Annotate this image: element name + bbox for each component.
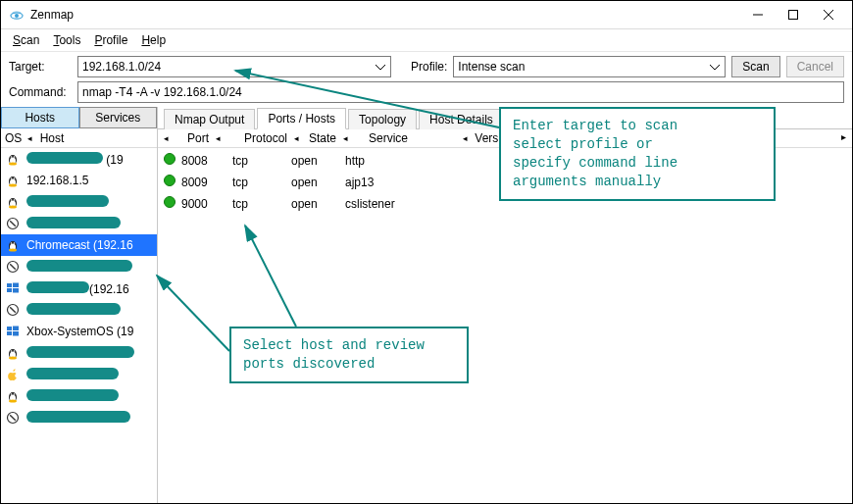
svg-point-15 xyxy=(9,184,17,187)
col-service[interactable]: Service xyxy=(369,131,463,145)
col-state[interactable]: State ◂ xyxy=(309,131,369,145)
svg-point-13 xyxy=(11,177,13,179)
tab-topology[interactable]: Topology xyxy=(348,109,417,129)
svg-point-27 xyxy=(9,249,17,252)
host-row[interactable] xyxy=(1,191,157,213)
app-icon xyxy=(9,7,25,23)
scroll-right-icon[interactable]: ▸ xyxy=(841,131,846,142)
svg-point-18 xyxy=(11,199,13,201)
os-column[interactable]: OS xyxy=(5,131,22,145)
target-combo[interactable] xyxy=(77,56,391,77)
host-label: Xbox-SystemOS (19 xyxy=(26,325,133,338)
svg-point-48 xyxy=(14,393,16,395)
linux-icon xyxy=(5,173,21,188)
tab-nmap-output[interactable]: Nmap Output xyxy=(164,109,255,129)
svg-point-19 xyxy=(14,199,16,201)
host-label xyxy=(26,195,109,210)
svg-rect-38 xyxy=(7,331,12,335)
cell-port: 9000 xyxy=(181,197,232,211)
host-label xyxy=(26,411,130,426)
svg-line-4 xyxy=(824,10,833,20)
unknown-icon xyxy=(5,410,21,426)
host-row[interactable]: Chromecast (192.16 xyxy=(1,234,157,256)
cell-port: 8009 xyxy=(181,176,232,189)
profile-combo[interactable] xyxy=(453,56,726,77)
ports-table: 8008tcpopenhttp8009tcpopenajp139000tcpop… xyxy=(158,148,852,503)
linux-icon xyxy=(5,194,21,210)
svg-point-47 xyxy=(11,393,13,395)
host-row[interactable]: (192.16 xyxy=(1,277,157,299)
host-list[interactable]: (19192.168.1.5Chromecast (192.16(192.16X… xyxy=(1,148,157,503)
target-row: Target: Profile: Scan Cancel xyxy=(1,52,852,81)
cell-service: ajp13 xyxy=(345,176,433,189)
host-label xyxy=(26,217,121,231)
host-row[interactable] xyxy=(1,299,157,321)
cell-state: open xyxy=(291,197,345,211)
host-row[interactable] xyxy=(1,364,157,385)
host-column[interactable]: ◂ Host xyxy=(27,131,64,145)
cell-state: open xyxy=(291,176,345,189)
unknown-icon xyxy=(5,302,21,318)
linux-icon xyxy=(5,237,21,253)
host-label xyxy=(26,260,132,275)
svg-rect-31 xyxy=(13,283,19,288)
svg-point-14 xyxy=(14,177,16,179)
host-row[interactable] xyxy=(1,342,157,364)
linux-icon xyxy=(5,151,21,167)
minimize-button[interactable] xyxy=(740,1,776,28)
maximize-button[interactable] xyxy=(776,1,811,28)
window-title: Zenmap xyxy=(30,8,74,22)
col-protocol[interactable]: Protocol ◂ xyxy=(244,131,309,145)
col-port[interactable]: Port ◂ xyxy=(187,131,244,145)
host-row[interactable] xyxy=(1,256,157,277)
svg-point-20 xyxy=(9,206,17,209)
svg-rect-35 xyxy=(10,307,17,314)
command-input[interactable] xyxy=(77,81,844,103)
linux-icon xyxy=(5,388,21,404)
chevron-down-icon[interactable] xyxy=(707,59,723,76)
svg-rect-3 xyxy=(789,11,798,20)
hosts-tab[interactable]: Hosts xyxy=(1,107,79,128)
annotation-host: Select host and review ports discovered xyxy=(229,327,469,383)
tab-host-details[interactable]: Host Details xyxy=(419,109,504,129)
host-row[interactable]: 192.168.1.5 xyxy=(1,170,157,191)
scan-button[interactable]: Scan xyxy=(731,56,779,77)
windows-icon xyxy=(5,280,21,296)
svg-point-26 xyxy=(14,242,16,244)
host-row[interactable]: Xbox-SystemOS (19 xyxy=(1,321,157,342)
host-row[interactable]: (19 xyxy=(1,148,157,170)
host-header: OS ◂ Host xyxy=(1,128,157,148)
menu-scan[interactable]: Scan xyxy=(7,31,45,49)
status-dot xyxy=(164,175,181,189)
menu-tools[interactable]: Tools xyxy=(47,31,86,49)
svg-line-5 xyxy=(824,10,833,20)
menu-help[interactable]: Help xyxy=(135,31,172,49)
svg-rect-22 xyxy=(10,221,17,227)
host-row[interactable] xyxy=(1,407,157,428)
command-row: Command: xyxy=(1,81,852,107)
svg-point-8 xyxy=(11,156,13,158)
svg-rect-32 xyxy=(7,288,12,292)
profile-input[interactable] xyxy=(454,57,725,76)
host-row[interactable] xyxy=(1,213,157,234)
host-row[interactable] xyxy=(1,385,157,407)
linux-icon xyxy=(5,345,21,361)
status-dot xyxy=(164,153,181,168)
services-tab[interactable]: Services xyxy=(79,107,158,128)
titlebar: Zenmap xyxy=(1,1,852,29)
cell-protocol: tcp xyxy=(232,197,291,211)
profile-label: Profile: xyxy=(411,60,447,74)
svg-point-49 xyxy=(9,400,17,403)
target-input[interactable] xyxy=(78,57,390,76)
cell-service: http xyxy=(345,154,433,168)
unknown-icon xyxy=(5,216,21,231)
tab-ports-hosts[interactable]: Ports / Hosts xyxy=(257,108,346,129)
cell-service: cslistener xyxy=(345,197,433,211)
svg-rect-37 xyxy=(13,327,19,331)
svg-rect-33 xyxy=(13,288,19,293)
chevron-down-icon[interactable] xyxy=(373,59,388,76)
menu-profile[interactable]: Profile xyxy=(88,31,133,49)
windows-icon xyxy=(5,324,21,339)
close-button[interactable] xyxy=(811,1,846,28)
left-pane: Hosts Services OS ◂ Host (19192.168.1.5C… xyxy=(1,107,158,503)
